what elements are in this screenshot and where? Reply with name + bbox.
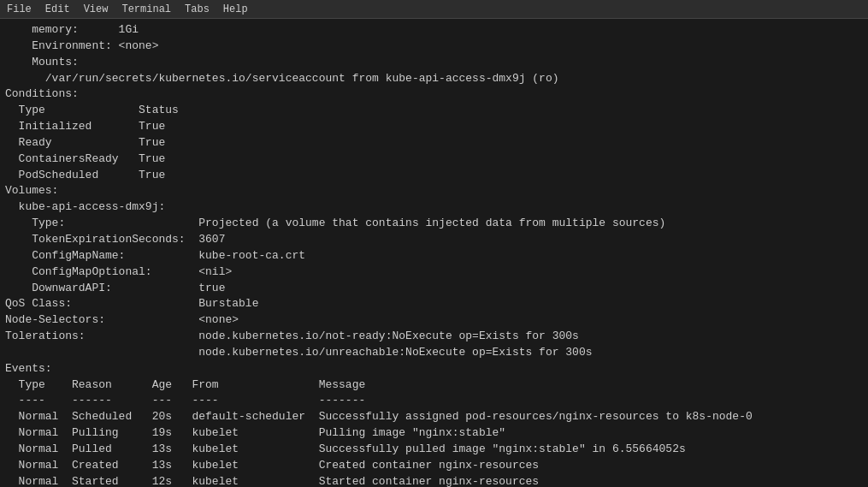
terminal-line: QoS Class: Burstable — [5, 296, 863, 312]
terminal-line: Normal Pulling 19s kubelet Pulling image… — [5, 425, 863, 442]
terminal-line: TokenExpirationSeconds: 3607 — [5, 232, 863, 248]
terminal-line: ConfigMapName: kube-root-ca.crt — [5, 248, 863, 264]
terminal-line: Node-Selectors: <none> — [5, 312, 863, 329]
terminal-line: Type Reason Age From Message — [5, 377, 863, 394]
terminal-line: Normal Scheduled 20s default-scheduler S… — [5, 409, 863, 425]
terminal-line: ConfigMapOptional: <nil> — [5, 264, 863, 281]
terminal-line: Ready True — [5, 135, 863, 151]
terminal-line: Tolerations: node.kubernetes.io/not-read… — [5, 329, 863, 345]
terminal-line: Conditions: — [5, 86, 863, 103]
terminal-line: memory: 1Gi — [5, 22, 863, 39]
terminal-line: /var/run/secrets/kubernetes.io/serviceac… — [5, 71, 863, 87]
terminal-line: Environment: <none> — [5, 39, 863, 55]
menu-bar: File Edit View Terminal Tabs Help — [0, 0, 868, 19]
menu-view[interactable]: View — [84, 3, 109, 15]
terminal-line: Normal Created 13s kubelet Created conta… — [5, 458, 863, 474]
terminal-line: kube-api-access-dmx9j: — [5, 199, 863, 216]
terminal-content[interactable]: memory: 1Gi Environment: <none> Mounts: … — [0, 19, 868, 487]
terminal-line: Type: Projected (a volume that contains … — [5, 216, 863, 232]
terminal-line: Mounts: — [5, 55, 863, 71]
terminal-line: ---- ------ --- ---- ------- — [5, 393, 863, 409]
terminal-line: PodScheduled True — [5, 168, 863, 184]
terminal-window: File Edit View Terminal Tabs Help memory… — [0, 0, 868, 487]
terminal-line: node.kubernetes.io/unreachable:NoExecute… — [5, 345, 863, 361]
terminal-line: ContainersReady True — [5, 151, 863, 168]
terminal-line: DownwardAPI: true — [5, 281, 863, 297]
terminal-line: Volumes: — [5, 183, 863, 199]
terminal-line: Initialized True — [5, 119, 863, 135]
menu-edit[interactable]: Edit — [45, 3, 70, 15]
terminal-line: Type Status — [5, 103, 863, 119]
menu-help[interactable]: Help — [223, 3, 248, 15]
menu-terminal[interactable]: Terminal — [121, 3, 171, 15]
menu-tabs[interactable]: Tabs — [185, 3, 210, 15]
terminal-line: Events: — [5, 361, 863, 377]
menu-file[interactable]: File — [7, 3, 32, 15]
terminal-line: Normal Started 12s kubelet Started conta… — [5, 474, 863, 487]
terminal-line: Normal Pulled 13s kubelet Successfully p… — [5, 442, 863, 458]
